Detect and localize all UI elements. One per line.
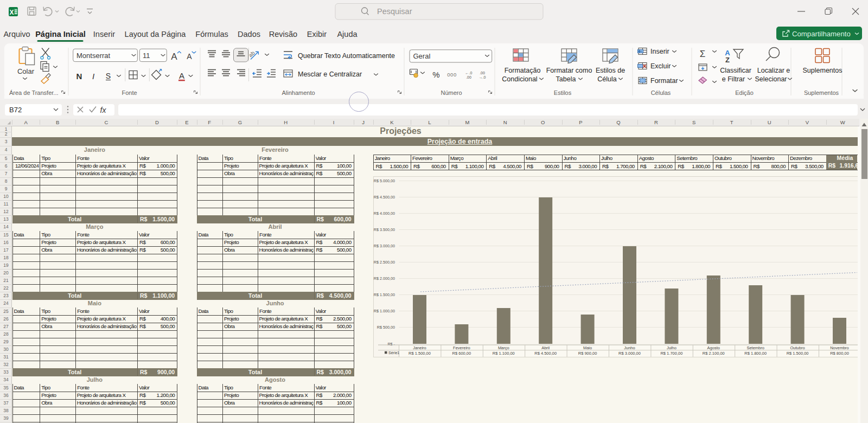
- svg-text:Novembro: Novembro: [830, 345, 849, 350]
- svg-text:R$ 1.000,00: R$ 1.000,00: [374, 309, 395, 313]
- svg-text:R$ 800,00: R$ 800,00: [830, 351, 849, 356]
- svg-text:Dados: Dados: [238, 30, 260, 39]
- svg-text:.00: .00: [480, 71, 485, 75]
- svg-text:R$ 3.000,00: R$ 3.000,00: [618, 351, 641, 356]
- svg-text:Montserrat: Montserrat: [76, 52, 111, 60]
- svg-text:11: 11: [143, 52, 150, 60]
- svg-text:Suplementos: Suplementos: [804, 89, 839, 96]
- svg-text:Arquivo: Arquivo: [3, 30, 30, 39]
- svg-text:A: A: [187, 52, 192, 61]
- svg-text:Julho: Julho: [667, 345, 676, 350]
- svg-text:Janeiro: Janeiro: [413, 345, 426, 350]
- svg-text:Área de Transfer...: Área de Transfer...: [9, 89, 59, 96]
- svg-text:Número: Número: [441, 89, 462, 96]
- svg-text:A: A: [171, 52, 177, 62]
- svg-text:%: %: [432, 70, 439, 79]
- svg-text:R$ 2.000,00: R$ 2.000,00: [374, 276, 395, 281]
- svg-text:.00: .00: [466, 75, 471, 79]
- svg-text:R$ 900,00: R$ 900,00: [578, 351, 597, 356]
- svg-text:Série1: Série1: [388, 351, 399, 355]
- svg-text:R$ 4.000,00: R$ 4.000,00: [374, 211, 395, 216]
- svg-text:Layout da Página: Layout da Página: [125, 30, 187, 39]
- svg-text:Página Inicial: Página Inicial: [35, 30, 86, 39]
- svg-text:→.0: →.0: [479, 75, 486, 79]
- svg-text:Suplementos: Suplementos: [803, 67, 843, 74]
- svg-text:Formatar como: Formatar como: [546, 67, 592, 74]
- svg-text:000: 000: [447, 72, 456, 78]
- svg-text:Março: Março: [498, 345, 509, 350]
- svg-text:R$ 1.500,00: R$ 1.500,00: [374, 292, 395, 297]
- svg-text:Estilos de: Estilos de: [596, 67, 625, 74]
- svg-text:R$ 1.100,00: R$ 1.100,00: [493, 351, 515, 356]
- svg-text:Célula: Célula: [597, 75, 616, 83]
- svg-text:R$ 5.000,00: R$ 5.000,00: [374, 178, 395, 183]
- svg-text:X: X: [9, 9, 14, 16]
- svg-text:Formatar: Formatar: [650, 77, 678, 85]
- svg-text:Fórmulas: Fórmulas: [195, 30, 228, 39]
- svg-text:Formatação: Formatação: [505, 67, 541, 74]
- svg-text:Inserir: Inserir: [93, 30, 115, 39]
- svg-text:Pesquisar: Pesquisar: [377, 7, 412, 16]
- svg-text:R$ 2.500,00: R$ 2.500,00: [374, 260, 395, 265]
- svg-text:A: A: [179, 71, 184, 80]
- svg-text:Inserir: Inserir: [650, 48, 669, 55]
- svg-text:Outubro: Outubro: [790, 345, 805, 350]
- svg-text:S: S: [106, 72, 111, 80]
- svg-text:Selecionar: Selecionar: [755, 75, 787, 83]
- svg-text:Exibir: Exibir: [307, 30, 327, 39]
- svg-text:R$ 1.500,00: R$ 1.500,00: [787, 351, 809, 356]
- svg-text:←.0: ←.0: [465, 71, 473, 75]
- svg-text:R$ 600,00: R$ 600,00: [452, 351, 471, 356]
- svg-text:Colar: Colar: [17, 67, 35, 75]
- svg-text:N: N: [76, 72, 82, 81]
- svg-text:fx: fx: [100, 106, 107, 114]
- svg-text:Classificar: Classificar: [720, 67, 751, 74]
- svg-text:Σ: Σ: [700, 49, 706, 59]
- svg-text:R$ 2.100,00: R$ 2.100,00: [703, 351, 725, 356]
- svg-text:R$ 500,00: R$ 500,00: [377, 325, 395, 330]
- svg-text:R$ 4.500,00: R$ 4.500,00: [534, 351, 557, 356]
- svg-text:Edição: Edição: [735, 89, 754, 96]
- svg-text:Células: Células: [651, 89, 671, 96]
- svg-text:Quebrar Texto Automaticamente: Quebrar Texto Automaticamente: [298, 52, 395, 60]
- svg-text:Condicional: Condicional: [502, 75, 537, 83]
- svg-text:e Filtrar: e Filtrar: [722, 75, 745, 83]
- svg-text:Compartilhamento: Compartilhamento: [792, 30, 851, 38]
- svg-text:R$ 1.700,00: R$ 1.700,00: [660, 351, 682, 356]
- svg-text:Maio: Maio: [583, 345, 592, 350]
- svg-text:I: I: [92, 72, 94, 81]
- svg-text:Ajuda: Ajuda: [337, 30, 358, 39]
- svg-text:Alinhamento: Alinhamento: [282, 89, 315, 96]
- svg-text:R$ 4.500,00: R$ 4.500,00: [374, 195, 395, 200]
- svg-text:Mesclar e Centralizar: Mesclar e Centralizar: [298, 70, 362, 78]
- svg-text:Geral: Geral: [413, 52, 431, 60]
- svg-text:Agosto: Agosto: [707, 345, 720, 350]
- svg-text:Z: Z: [725, 56, 730, 64]
- svg-text:R$ 3.000,00: R$ 3.000,00: [374, 243, 395, 248]
- svg-text:Tabela: Tabela: [556, 75, 576, 83]
- svg-text:R$ -: R$ -: [387, 342, 395, 347]
- svg-text:Revisão: Revisão: [269, 30, 297, 39]
- svg-text:Fevereiro: Fevereiro: [453, 345, 470, 350]
- svg-text:Estilos: Estilos: [554, 89, 572, 96]
- svg-text:R$ 3.500,00: R$ 3.500,00: [374, 227, 395, 232]
- svg-text:Excluir: Excluir: [650, 62, 671, 70]
- svg-text:Fonte: Fonte: [122, 89, 137, 96]
- svg-text:Abril: Abril: [541, 345, 550, 350]
- svg-text:R$ 1.800,00: R$ 1.800,00: [744, 351, 767, 356]
- svg-text:Setembro: Setembro: [746, 345, 764, 350]
- svg-text:Localizar e: Localizar e: [757, 67, 790, 74]
- svg-text:Junho: Junho: [624, 345, 635, 350]
- svg-text:R$ 1.500,00: R$ 1.500,00: [409, 351, 431, 356]
